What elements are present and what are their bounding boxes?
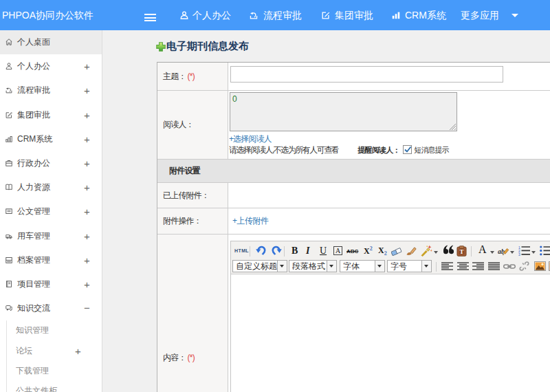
svg-text:T: T [459, 248, 463, 255]
svg-text:3: 3 [518, 252, 520, 256]
svg-text:ab: ab [498, 248, 505, 255]
